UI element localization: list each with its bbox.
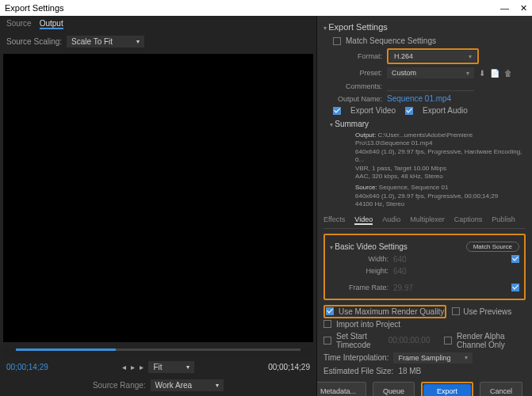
timecode-in[interactable]: 00;00;14;29: [6, 363, 48, 371]
max-quality-label: Use Maximum Render Quality: [339, 307, 444, 316]
source-range-label: Source Range:: [93, 381, 146, 390]
set-start-tc-value: 00;00;00;00: [388, 336, 431, 345]
scaling-dropdown[interactable]: Scale To Fit: [67, 36, 144, 48]
delete-preset-icon[interactable]: 🗑: [504, 69, 512, 78]
window-title: Export Settings: [5, 3, 64, 13]
video-preview: [3, 54, 313, 342]
import-project-checkbox[interactable]: [323, 320, 331, 328]
match-sequence-label: Match Sequence Settings: [346, 36, 436, 45]
time-interp-dropdown[interactable]: Frame Sampling: [393, 352, 473, 364]
scrub-bar[interactable]: [3, 347, 313, 358]
output-name-label: Output Name:: [323, 95, 382, 103]
import-preset-icon[interactable]: 📄: [490, 69, 499, 78]
export-settings-header[interactable]: Export Settings: [323, 19, 526, 35]
use-previews-checkbox[interactable]: [452, 307, 460, 315]
height-value[interactable]: 640: [393, 267, 407, 276]
queue-button[interactable]: Queue: [373, 382, 415, 396]
tab-source[interactable]: Source: [6, 19, 32, 29]
width-value[interactable]: 640: [393, 255, 407, 264]
filesize-label: Estimated File Size:: [323, 367, 393, 375]
summary-output: Output: C:\User...uments\Adobe\Premiere …: [323, 131, 526, 181]
use-previews-label: Use Previews: [463, 307, 511, 316]
time-interp-label: Time Interpolation:: [323, 353, 388, 362]
subtab-video[interactable]: Video: [354, 215, 373, 225]
subtab-captions[interactable]: Captions: [454, 215, 483, 225]
framerate-label: Frame Rate:: [330, 284, 388, 291]
tab-output[interactable]: Output: [40, 19, 63, 29]
summary-source: Source: Sequence, Sequence 01 640x640 (1…: [323, 184, 526, 208]
cancel-button[interactable]: Cancel: [480, 382, 522, 396]
match-sequence-checkbox[interactable]: [333, 37, 341, 45]
comments-label: Comments:: [323, 82, 382, 90]
import-project-label: Import into Project: [336, 320, 400, 329]
scaling-label: Source Scaling:: [6, 37, 62, 46]
set-start-tc-checkbox[interactable]: [323, 337, 331, 345]
output-name-link[interactable]: Sequence 01.mp4: [387, 94, 451, 103]
subtab-audio[interactable]: Audio: [382, 215, 400, 225]
export-button[interactable]: Export: [423, 384, 471, 396]
export-audio-label: Export Audio: [423, 106, 468, 115]
set-start-tc-label: Set Start Timecode: [336, 332, 384, 349]
play-icon[interactable]: ▸: [131, 363, 135, 371]
subtab-multiplexer[interactable]: Multiplexer: [410, 215, 445, 225]
basic-video-settings-group: Basic Video Settings Match Source Width:…: [323, 234, 526, 300]
export-video-label: Export Video: [350, 106, 396, 115]
summary-header[interactable]: Summary: [323, 116, 526, 131]
format-dropdown[interactable]: H.264: [389, 51, 477, 62]
title-bar: Export Settings — ✕: [0, 0, 532, 16]
fit-dropdown[interactable]: Fit: [148, 361, 193, 373]
bvs-header[interactable]: Basic Video Settings: [330, 242, 408, 251]
filesize-value: 18 MB: [398, 367, 421, 375]
preset-label: Preset:: [323, 69, 382, 77]
preset-dropdown[interactable]: Custom: [387, 67, 474, 78]
height-label: Height:: [330, 267, 388, 275]
subtab-publish[interactable]: Publish: [492, 215, 515, 225]
source-range-dropdown[interactable]: Work Area: [151, 379, 224, 391]
timecode-out: 00;00;14;29: [268, 363, 310, 371]
metadata-button[interactable]: Metadata...: [317, 382, 366, 396]
settings-panel: Export Settings Match Sequence Settings …: [317, 16, 532, 396]
framerate-value[interactable]: 29.97: [393, 284, 413, 292]
export-video-checkbox[interactable]: [333, 107, 341, 115]
subtab-effects[interactable]: Effects: [323, 215, 345, 225]
max-quality-checkbox[interactable]: [326, 307, 334, 315]
close-icon[interactable]: ✕: [520, 3, 527, 13]
width-label: Width:: [330, 255, 388, 263]
width-lock-checkbox[interactable]: [511, 255, 519, 263]
framerate-lock-checkbox[interactable]: [511, 284, 519, 291]
frame-fwd-icon[interactable]: ▸: [140, 363, 144, 371]
comments-field[interactable]: [387, 82, 474, 91]
save-preset-icon[interactable]: ⬇: [479, 69, 485, 78]
export-audio-checkbox[interactable]: [405, 107, 413, 115]
alpha-label: Render Alpha Channel Only: [457, 332, 526, 349]
minimize-icon[interactable]: —: [500, 3, 509, 13]
match-source-button[interactable]: Match Source: [466, 242, 519, 252]
frame-back-icon[interactable]: ◂: [122, 363, 126, 371]
format-label: Format:: [323, 52, 382, 60]
preview-panel: Source Output Source Scaling: Scale To F…: [0, 16, 317, 396]
alpha-checkbox[interactable]: [444, 337, 452, 345]
